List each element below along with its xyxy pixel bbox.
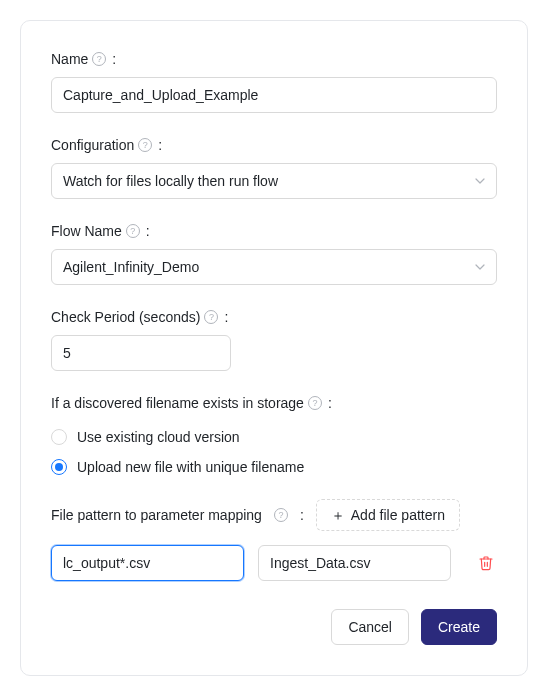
add-file-pattern-label: Add file pattern bbox=[351, 507, 445, 523]
footer: Cancel Create bbox=[51, 609, 497, 645]
configuration-field: Configuration ? : Watch for files locall… bbox=[51, 137, 497, 199]
name-input[interactable] bbox=[51, 77, 497, 113]
radio-use-existing[interactable]: Use existing cloud version bbox=[51, 429, 497, 445]
name-label-row: Name ? : bbox=[51, 51, 497, 67]
flow-name-label-row: Flow Name ? : bbox=[51, 223, 497, 239]
radio-upload-new-label: Upload new file with unique filename bbox=[77, 459, 304, 475]
storage-policy-label-row: If a discovered filename exists in stora… bbox=[51, 395, 497, 411]
colon: : bbox=[146, 223, 150, 239]
colon: : bbox=[158, 137, 162, 153]
chevron-down-icon bbox=[475, 178, 485, 184]
check-period-input[interactable] bbox=[51, 335, 231, 371]
radio-icon bbox=[51, 429, 67, 445]
help-icon[interactable]: ? bbox=[138, 138, 152, 152]
file-pattern-input[interactable] bbox=[51, 545, 244, 581]
flow-name-field: Flow Name ? : Agilent_Infinity_Demo bbox=[51, 223, 497, 285]
configuration-label-row: Configuration ? : bbox=[51, 137, 497, 153]
name-label: Name bbox=[51, 51, 88, 67]
parameter-input[interactable] bbox=[258, 545, 451, 581]
configuration-select-value: Watch for files locally then run flow bbox=[63, 173, 278, 189]
help-icon[interactable]: ? bbox=[274, 508, 288, 522]
flow-name-select[interactable]: Agilent_Infinity_Demo bbox=[51, 249, 497, 285]
plus-icon: ＋ bbox=[331, 508, 345, 522]
colon: : bbox=[328, 395, 332, 411]
delete-row-button[interactable] bbox=[475, 552, 497, 574]
help-icon[interactable]: ? bbox=[126, 224, 140, 238]
pattern-mapping-header: File pattern to parameter mapping ? : ＋ … bbox=[51, 499, 497, 531]
pattern-mapping-label: File pattern to parameter mapping bbox=[51, 507, 262, 523]
configuration-label: Configuration bbox=[51, 137, 134, 153]
name-field: Name ? : bbox=[51, 51, 497, 113]
create-agent-panel: Name ? : Configuration ? : Watch for fil… bbox=[20, 20, 528, 676]
check-period-label: Check Period (seconds) bbox=[51, 309, 200, 325]
check-period-field: Check Period (seconds) ? : bbox=[51, 309, 497, 371]
help-icon[interactable]: ? bbox=[92, 52, 106, 66]
colon: : bbox=[112, 51, 116, 67]
pattern-mapping-field: File pattern to parameter mapping ? : ＋ … bbox=[51, 499, 497, 581]
colon: : bbox=[300, 507, 304, 523]
cancel-button[interactable]: Cancel bbox=[331, 609, 409, 645]
help-icon[interactable]: ? bbox=[308, 396, 322, 410]
storage-policy-label: If a discovered filename exists in stora… bbox=[51, 395, 304, 411]
storage-policy-radio-group: Use existing cloud version Upload new fi… bbox=[51, 429, 497, 475]
create-button[interactable]: Create bbox=[421, 609, 497, 645]
radio-use-existing-label: Use existing cloud version bbox=[77, 429, 240, 445]
add-file-pattern-button[interactable]: ＋ Add file pattern bbox=[316, 499, 460, 531]
help-icon[interactable]: ? bbox=[204, 310, 218, 324]
pattern-row bbox=[51, 545, 497, 581]
trash-icon bbox=[478, 555, 494, 571]
configuration-select[interactable]: Watch for files locally then run flow bbox=[51, 163, 497, 199]
check-period-label-row: Check Period (seconds) ? : bbox=[51, 309, 497, 325]
chevron-down-icon bbox=[475, 264, 485, 270]
storage-policy-field: If a discovered filename exists in stora… bbox=[51, 395, 497, 475]
flow-name-label: Flow Name bbox=[51, 223, 122, 239]
radio-icon bbox=[51, 459, 67, 475]
radio-upload-new[interactable]: Upload new file with unique filename bbox=[51, 459, 497, 475]
flow-name-select-value: Agilent_Infinity_Demo bbox=[63, 259, 199, 275]
colon: : bbox=[224, 309, 228, 325]
